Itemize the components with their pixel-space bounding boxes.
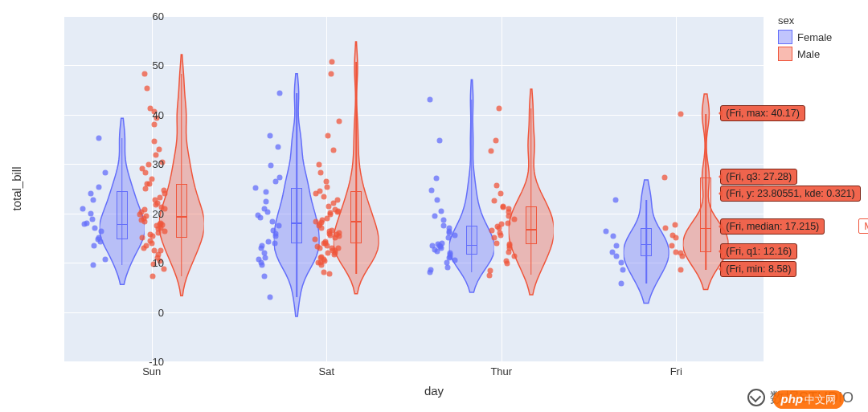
data-point[interactable]: [91, 243, 96, 249]
violin-female[interactable]: [624, 16, 669, 361]
data-point[interactable]: [277, 174, 283, 180]
data-point[interactable]: [313, 218, 319, 224]
data-point[interactable]: [499, 221, 505, 226]
data-point[interactable]: [604, 229, 609, 235]
data-point[interactable]: [491, 235, 497, 241]
legend-item-female[interactable]: Female: [778, 30, 832, 44]
data-point[interactable]: [504, 259, 510, 264]
data-point[interactable]: [497, 190, 503, 196]
data-point[interactable]: [268, 294, 273, 300]
data-point[interactable]: [96, 235, 102, 241]
data-point[interactable]: [317, 170, 323, 176]
data-point[interactable]: [489, 228, 494, 234]
box-female[interactable]: [291, 188, 302, 243]
data-point[interactable]: [493, 240, 499, 246]
data-point[interactable]: [329, 228, 334, 234]
data-point[interactable]: [506, 206, 511, 211]
data-point[interactable]: [501, 203, 506, 209]
data-point[interactable]: [88, 210, 93, 216]
data-point[interactable]: [429, 243, 435, 249]
data-point[interactable]: [497, 106, 502, 112]
data-point[interactable]: [678, 111, 683, 116]
data-point[interactable]: [432, 214, 438, 219]
data-point[interactable]: [256, 212, 261, 218]
data-point[interactable]: [259, 243, 264, 249]
data-point[interactable]: [265, 239, 271, 244]
data-point[interactable]: [493, 183, 499, 189]
data-point[interactable]: [323, 179, 329, 185]
data-point[interactable]: [336, 118, 342, 124]
data-point[interactable]: [612, 197, 618, 202]
data-point[interactable]: [263, 190, 268, 195]
plot-area[interactable]: (Fri, max: 40.17)(Fri, q3: 27.28)(Fri, y…: [64, 16, 764, 361]
data-point[interactable]: [151, 121, 157, 127]
data-point[interactable]: [144, 243, 149, 249]
data-point[interactable]: [312, 237, 317, 243]
data-point[interactable]: [434, 197, 440, 202]
data-point[interactable]: [670, 232, 676, 238]
data-point[interactable]: [142, 71, 148, 77]
data-point[interactable]: [335, 246, 341, 251]
box-female[interactable]: [117, 191, 128, 239]
data-point[interactable]: [144, 85, 149, 91]
data-point[interactable]: [158, 247, 163, 253]
data-point[interactable]: [487, 267, 493, 273]
data-point[interactable]: [329, 59, 334, 64]
data-point[interactable]: [276, 223, 281, 229]
data-point[interactable]: [152, 247, 158, 253]
data-point[interactable]: [261, 206, 267, 211]
data-point[interactable]: [497, 230, 502, 236]
data-point[interactable]: [428, 267, 433, 273]
data-point[interactable]: [672, 222, 678, 228]
data-point[interactable]: [149, 273, 155, 279]
data-point[interactable]: [328, 71, 334, 76]
data-point[interactable]: [90, 262, 96, 267]
data-point[interactable]: [147, 232, 153, 238]
box-male[interactable]: [350, 191, 362, 243]
data-point[interactable]: [262, 273, 268, 279]
data-point[interactable]: [318, 254, 324, 259]
data-point[interactable]: [88, 191, 93, 197]
data-point[interactable]: [440, 240, 445, 246]
data-point[interactable]: [441, 223, 447, 229]
data-point[interactable]: [154, 152, 159, 157]
data-point[interactable]: [678, 250, 683, 255]
data-point[interactable]: [252, 185, 258, 190]
data-point[interactable]: [315, 243, 321, 249]
data-point[interactable]: [321, 270, 327, 275]
data-point[interactable]: [264, 198, 269, 204]
data-point[interactable]: [270, 228, 276, 234]
data-point[interactable]: [434, 176, 440, 182]
data-point[interactable]: [673, 249, 678, 255]
data-point[interactable]: [610, 249, 616, 255]
data-point[interactable]: [316, 161, 321, 167]
data-point[interactable]: [493, 137, 499, 143]
data-point[interactable]: [619, 259, 624, 265]
data-point[interactable]: [158, 221, 164, 226]
legend-item-male[interactable]: Male: [778, 47, 832, 61]
box-female[interactable]: [466, 226, 477, 255]
data-point[interactable]: [276, 91, 282, 96]
data-point[interactable]: [92, 226, 98, 231]
data-point[interactable]: [162, 188, 167, 194]
data-point[interactable]: [156, 147, 162, 153]
data-point[interactable]: [511, 217, 517, 222]
data-point[interactable]: [90, 217, 96, 222]
data-point[interactable]: [317, 189, 323, 194]
data-point[interactable]: [90, 197, 96, 202]
data-point[interactable]: [326, 133, 331, 138]
data-point[interactable]: [613, 243, 619, 249]
data-point[interactable]: [441, 218, 447, 223]
data-point[interactable]: [335, 197, 341, 202]
data-point[interactable]: [447, 250, 452, 255]
data-point[interactable]: [96, 185, 101, 190]
data-point[interactable]: [446, 235, 452, 241]
data-point[interactable]: [268, 162, 273, 168]
data-point[interactable]: [663, 226, 669, 231]
data-point[interactable]: [84, 221, 90, 226]
data-point[interactable]: [327, 271, 333, 277]
data-point[interactable]: [152, 139, 158, 145]
data-point[interactable]: [492, 198, 497, 204]
data-point[interactable]: [102, 257, 108, 263]
data-point[interactable]: [611, 233, 616, 239]
